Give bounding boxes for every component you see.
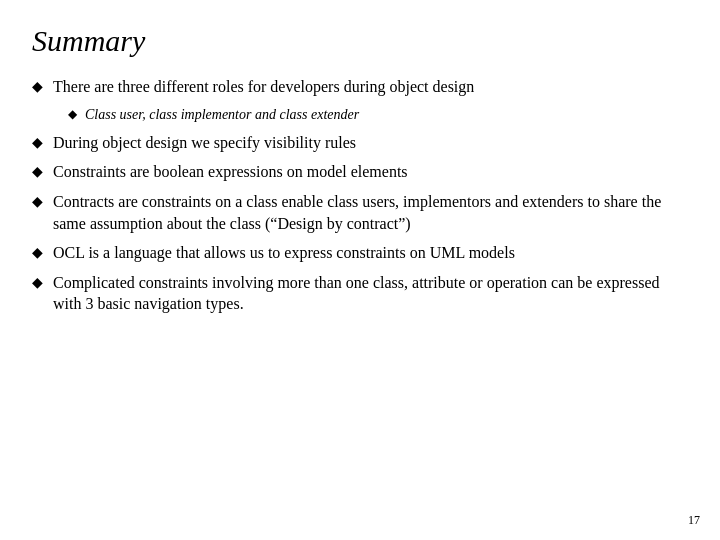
sub-diamond-icon: ◆ — [68, 107, 77, 123]
page-number: 17 — [688, 513, 700, 528]
bullet-text: Complicated constraints involving more t… — [53, 272, 688, 315]
bullet-diamond-icon: ◆ — [32, 163, 43, 182]
list-item: ◆ Contracts are constraints on a class e… — [32, 191, 688, 234]
bullet-text: OCL is a language that allows us to expr… — [53, 242, 688, 264]
sub-bullet-text: Class user, class implementor and class … — [85, 106, 688, 124]
sub-list-item: ◆ Class user, class implementor and clas… — [68, 106, 688, 124]
list-item: ◆ OCL is a language that allows us to ex… — [32, 242, 688, 264]
list-item: ◆ Complicated constraints involving more… — [32, 272, 688, 315]
bullet-text: There are three different roles for deve… — [53, 76, 688, 98]
bullet-text: During object design we specify visibili… — [53, 132, 688, 154]
list-item: ◆ There are three different roles for de… — [32, 76, 688, 98]
bullet-list: ◆ There are three different roles for de… — [32, 76, 688, 315]
list-item: ◆ Constraints are boolean expressions on… — [32, 161, 688, 183]
bullet-diamond-icon: ◆ — [32, 274, 43, 293]
slide: Summary ◆ There are three different role… — [0, 0, 720, 540]
bullet-diamond-icon: ◆ — [32, 193, 43, 212]
bullet-diamond-icon: ◆ — [32, 134, 43, 153]
bullet-text: Contracts are constraints on a class ena… — [53, 191, 688, 234]
bullet-diamond-icon: ◆ — [32, 78, 43, 97]
bullet-diamond-icon: ◆ — [32, 244, 43, 263]
slide-title: Summary — [32, 24, 688, 58]
bullet-text: Constraints are boolean expressions on m… — [53, 161, 688, 183]
list-item: ◆ During object design we specify visibi… — [32, 132, 688, 154]
